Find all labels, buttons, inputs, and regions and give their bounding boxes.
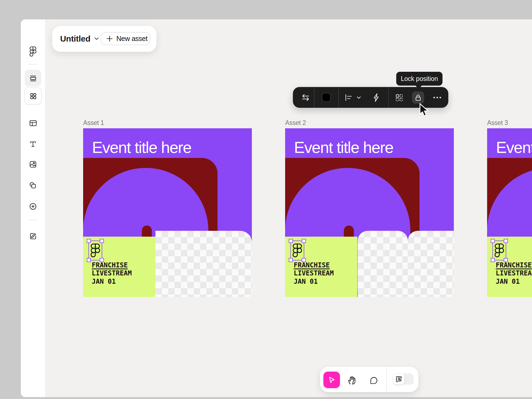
selected-logo-frame[interactable] bbox=[291, 241, 304, 260]
comment-bubble-icon bbox=[369, 376, 378, 384]
selection-handle[interactable] bbox=[302, 239, 306, 243]
brand-line: FRANCHISE bbox=[496, 261, 532, 269]
canvas-toolbar bbox=[320, 367, 418, 392]
asset-group-1: Asset 1 Event title here FRANCHISE LIVES… bbox=[83, 119, 104, 127]
toolbar-divider bbox=[386, 367, 387, 392]
edit-icon bbox=[29, 232, 37, 240]
brand-logo-icon bbox=[495, 244, 504, 258]
brand-logo-icon bbox=[293, 244, 302, 258]
select-cursor-icon bbox=[328, 376, 336, 384]
tooltip-label: Lock position bbox=[401, 75, 438, 83]
figma-logo[interactable] bbox=[30, 47, 37, 57]
sidebar-item-text[interactable] bbox=[27, 138, 39, 150]
chevron-down-icon[interactable] bbox=[94, 37, 99, 40]
brand-line: LIVESTREAM bbox=[496, 269, 532, 277]
text-icon bbox=[29, 140, 37, 148]
selected-logo-frame[interactable] bbox=[493, 241, 506, 260]
toolbar-divider bbox=[314, 87, 314, 108]
dev-mode-toggle[interactable] bbox=[393, 374, 414, 385]
new-asset-button[interactable]: New asset bbox=[101, 32, 150, 45]
plus-circle-icon bbox=[29, 202, 37, 211]
image-icon bbox=[29, 160, 37, 168]
dev-mode-knob[interactable] bbox=[393, 374, 405, 385]
more-options-button[interactable] bbox=[431, 94, 443, 101]
tooltip: Lock position bbox=[396, 72, 443, 86]
fill-color-swatch[interactable] bbox=[322, 93, 330, 101]
alignment-dropdown[interactable] bbox=[356, 95, 362, 100]
ellipsis-icon bbox=[433, 96, 442, 99]
brand-text[interactable]: FRANCHISE LIVESTREAM JAN 01 bbox=[294, 261, 334, 286]
new-asset-label: New asset bbox=[116, 35, 147, 43]
project-name[interactable]: Untitled bbox=[60, 34, 90, 44]
selection-handle[interactable] bbox=[491, 258, 495, 262]
brand-line: FRANCHISE bbox=[92, 261, 132, 269]
brand-line: JAN 01 bbox=[92, 278, 132, 286]
chevron-down-icon bbox=[357, 96, 361, 99]
event-title[interactable]: Event title here bbox=[496, 138, 532, 157]
selected-logo-frame[interactable] bbox=[89, 241, 102, 260]
brand-line: FRANCHISE bbox=[294, 261, 334, 269]
tooltip-caret bbox=[415, 85, 422, 89]
asset-card-3[interactable]: Event title here FRANCHISE LIVESTREAM JA… bbox=[487, 128, 532, 297]
brand-text[interactable]: FRANCHISE LIVESTREAM JAN 01 bbox=[92, 261, 132, 286]
asset-label: Asset 2 bbox=[285, 119, 306, 127]
brand-line: JAN 01 bbox=[496, 278, 532, 286]
brand-line: LIVESTREAM bbox=[92, 269, 132, 277]
swap-instance-button[interactable] bbox=[297, 89, 314, 106]
selection-handle[interactable] bbox=[289, 258, 293, 262]
sidebar-item-shapes[interactable] bbox=[27, 180, 39, 192]
asset-card-2[interactable]: Event title here FRANCHISE LIVESTREAM JA… bbox=[285, 128, 454, 297]
brand-line: JAN 01 bbox=[294, 278, 334, 286]
hand-icon bbox=[347, 375, 357, 385]
asset-group-3: Asset 3 Event title here FRANCHISE LIVES… bbox=[487, 119, 508, 127]
sidebar bbox=[21, 19, 45, 397]
asset-grid-icon bbox=[29, 92, 37, 100]
asset-card-1[interactable]: Event title here FRANCHISE LIVESTREAM JA… bbox=[83, 128, 252, 297]
mouse-cursor bbox=[419, 103, 429, 119]
sidebar-item-image[interactable] bbox=[27, 158, 39, 170]
selection-handle[interactable] bbox=[87, 258, 91, 262]
sidebar-divider-top bbox=[29, 64, 37, 65]
selection-handle[interactable] bbox=[87, 239, 91, 243]
align-left-icon bbox=[344, 94, 353, 101]
animate-button[interactable] bbox=[371, 92, 381, 103]
cursor-arrow-icon bbox=[419, 103, 429, 118]
lightning-icon bbox=[372, 93, 380, 102]
file-header: Untitled New asset bbox=[52, 26, 157, 52]
sidebar-item-add[interactable] bbox=[27, 200, 39, 213]
lock-icon bbox=[414, 93, 422, 102]
select-tool-button[interactable] bbox=[323, 372, 340, 388]
alignment-button[interactable] bbox=[343, 93, 354, 103]
layout-template-icon bbox=[29, 119, 37, 127]
brand-text[interactable]: FRANCHISE LIVESTREAM JAN 01 bbox=[496, 261, 532, 286]
toolbar-divider bbox=[388, 87, 389, 108]
transparent-image-slot[interactable] bbox=[358, 231, 408, 297]
sidebar-item-assets[interactable] bbox=[25, 88, 41, 104]
selection-handle[interactable] bbox=[100, 239, 104, 243]
comment-tool-button[interactable] bbox=[369, 376, 378, 385]
asset-group-2: Asset 2 Event title here FRANCHISE LIVES… bbox=[285, 119, 306, 127]
sidebar-item-covers[interactable] bbox=[25, 70, 41, 86]
component-grid-icon bbox=[395, 93, 403, 102]
hand-tool-button[interactable] bbox=[347, 375, 357, 385]
selection-handle[interactable] bbox=[289, 239, 293, 243]
cover-icon bbox=[29, 74, 37, 82]
selection-handle[interactable] bbox=[491, 239, 495, 243]
apply-template-button[interactable] bbox=[394, 93, 404, 103]
sidebar-divider-bottom bbox=[29, 220, 37, 220]
lock-position-button[interactable] bbox=[412, 91, 424, 104]
plus-icon bbox=[106, 35, 113, 42]
transparent-image-slot[interactable] bbox=[155, 231, 252, 297]
transparent-image-slot[interactable] bbox=[408, 231, 454, 297]
event-title[interactable]: Event title here bbox=[294, 138, 454, 157]
brand-line: LIVESTREAM bbox=[294, 269, 334, 277]
sidebar-item-templates[interactable] bbox=[27, 117, 39, 129]
event-title[interactable]: Event title here bbox=[92, 138, 252, 157]
selection-handle[interactable] bbox=[504, 239, 508, 243]
figma-logo-icon bbox=[30, 47, 37, 57]
dev-ruler-icon bbox=[395, 375, 403, 383]
brand-logo-icon bbox=[91, 244, 100, 258]
asset-label: Asset 3 bbox=[487, 119, 508, 127]
toolbar-divider bbox=[338, 87, 339, 108]
sidebar-item-edit[interactable] bbox=[27, 230, 39, 242]
